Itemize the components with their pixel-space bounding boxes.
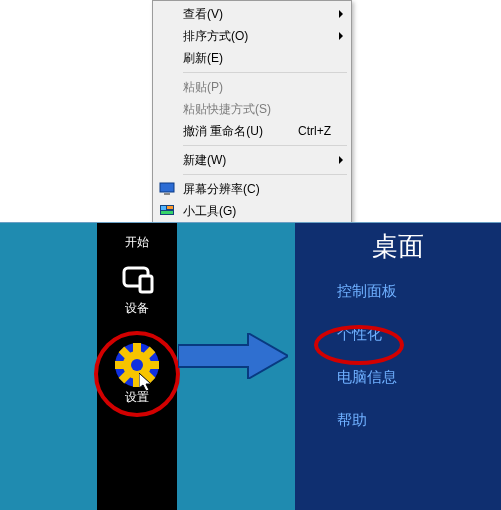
menu-label: 撤消 重命名(U): [183, 123, 288, 140]
desktop-context-menu: 查看(V) 排序方式(O) 刷新(E) 粘贴(P) 粘贴快捷方式(S) 撤消 重…: [152, 0, 352, 249]
menu-item-view[interactable]: 查看(V): [155, 3, 349, 25]
charm-settings[interactable]: 设置: [97, 325, 177, 414]
illustration-area: 开始 设备: [0, 222, 501, 510]
menu-item-undo-rename[interactable]: 撤消 重命名(U) Ctrl+Z: [155, 120, 349, 142]
menu-separator: [183, 174, 347, 175]
svg-rect-1: [164, 193, 170, 195]
desktop-settings-panel: 桌面 控制面板 个性化 电脑信息 帮助: [295, 223, 501, 510]
menu-label: 刷新(E): [183, 50, 331, 67]
panel-title: 桌面: [295, 229, 501, 264]
svg-rect-13: [140, 276, 152, 292]
svg-rect-5: [161, 211, 173, 214]
devices-icon: [117, 264, 157, 294]
svg-rect-4: [167, 206, 173, 209]
svg-rect-0: [160, 183, 174, 192]
monitor-icon: [159, 181, 175, 197]
menu-item-gadgets[interactable]: 小工具(G): [155, 200, 349, 222]
menu-label: 小工具(G): [183, 203, 331, 220]
menu-label: 屏幕分辨率(C): [183, 181, 331, 198]
charm-devices[interactable]: 设备: [97, 259, 177, 325]
link-personalize[interactable]: 个性化: [337, 325, 501, 344]
menu-separator: [183, 145, 347, 146]
menu-item-new[interactable]: 新建(W): [155, 149, 349, 171]
arrow-icon: [178, 333, 288, 379]
menu-item-paste-shortcut: 粘贴快捷方式(S): [155, 98, 349, 120]
svg-rect-3: [161, 206, 166, 210]
menu-item-paste: 粘贴(P): [155, 76, 349, 98]
charms-bar: 开始 设备: [97, 223, 177, 510]
charm-label: 设备: [97, 300, 177, 317]
menu-label: 排序方式(O): [183, 28, 331, 45]
menu-label: 粘贴快捷方式(S): [183, 101, 331, 118]
menu-label: 粘贴(P): [183, 79, 331, 96]
menu-separator: [183, 72, 347, 73]
link-pc-info[interactable]: 电脑信息: [337, 368, 501, 387]
menu-item-resolution[interactable]: 屏幕分辨率(C): [155, 178, 349, 200]
svg-point-24: [131, 359, 143, 371]
menu-item-refresh[interactable]: 刷新(E): [155, 47, 349, 69]
charm-label: 开始: [97, 234, 177, 251]
menu-label: 查看(V): [183, 6, 331, 23]
gadgets-icon: [159, 203, 175, 219]
link-control-panel[interactable]: 控制面板: [337, 282, 501, 301]
svg-marker-26: [178, 333, 288, 379]
charm-start: 开始: [97, 227, 177, 259]
menu-label: 新建(W): [183, 152, 331, 169]
menu-item-sort[interactable]: 排序方式(O): [155, 25, 349, 47]
gear-icon: [109, 337, 165, 393]
charm-label: 设置: [97, 389, 177, 406]
link-help[interactable]: 帮助: [337, 411, 501, 430]
menu-hotkey: Ctrl+Z: [298, 124, 331, 138]
